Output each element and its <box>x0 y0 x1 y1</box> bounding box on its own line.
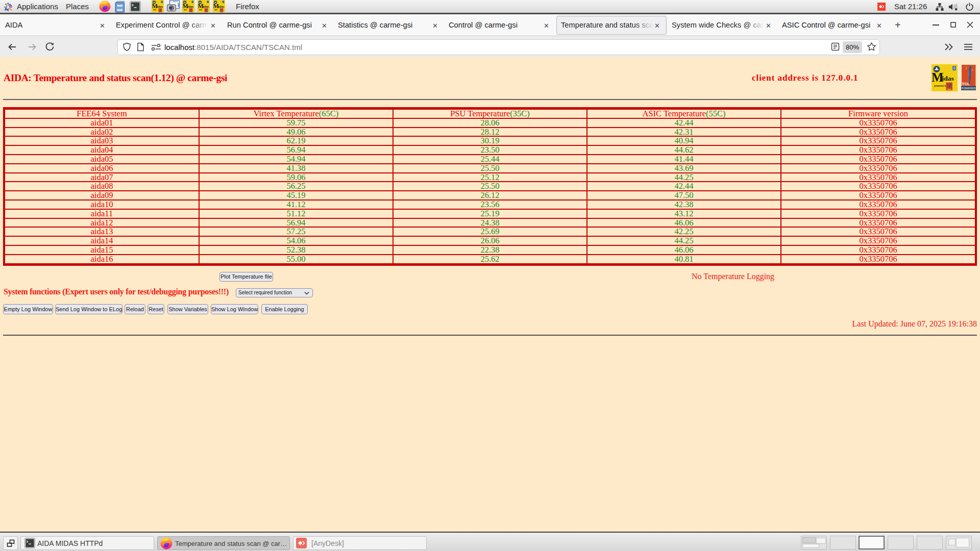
svg-text:idas: idas <box>942 74 954 82</box>
svg-text:TCL: TCL <box>962 82 970 86</box>
svg-text:powered by: powered by <box>934 85 947 87</box>
svg-text:POWERED: POWERED <box>962 87 976 90</box>
